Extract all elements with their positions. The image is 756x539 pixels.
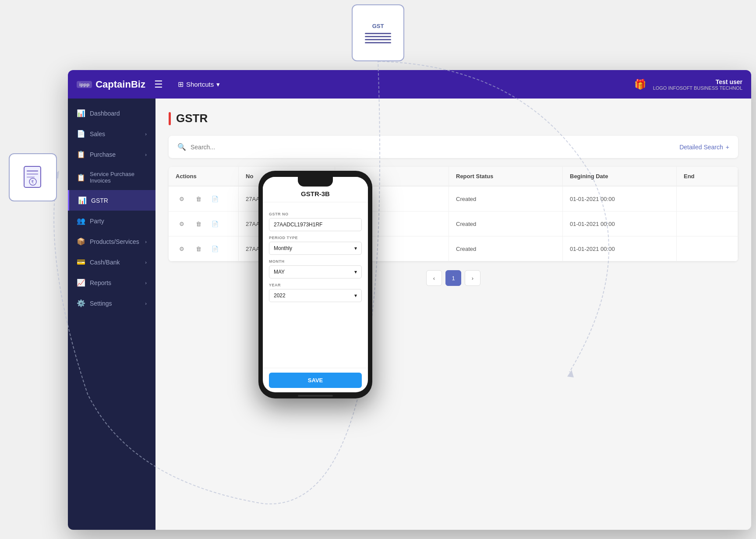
svg-rect-6 <box>27 176 35 178</box>
period-type-label: PERIOD TYPE <box>269 236 362 240</box>
period-type-value: Monthly <box>274 245 292 251</box>
file-action-icon[interactable]: 📄 <box>209 243 221 255</box>
month-value: MAY <box>274 269 285 275</box>
begin-date-cell: 01-01-2021 00:00 <box>563 187 677 211</box>
gear-action-icon[interactable]: ⚙ <box>176 218 188 230</box>
phone-modal-body: GSTR NO 27AADCL1973H1RF PERIOD TYPE Mont… <box>263 202 368 368</box>
col-header-end: End <box>677 167 738 186</box>
month-label: MONTH <box>269 259 362 264</box>
trash-action-icon[interactable]: 🗑 <box>192 218 205 230</box>
sidebar-item-label: Products/Services <box>90 238 139 245</box>
chevron-right-icon: › <box>145 260 147 265</box>
sidebar-item-label: Purchase <box>90 151 116 158</box>
end-cell <box>677 211 738 236</box>
prev-page-btn[interactable]: ‹ <box>426 270 442 286</box>
notification-icon[interactable]: 🎁 <box>634 79 646 90</box>
chevron-right-icon: › <box>145 301 147 306</box>
month-select[interactable]: MAY ▾ <box>269 265 362 278</box>
action-cell: ⚙ 🗑 📄 <box>169 236 239 261</box>
chevron-right-icon: › <box>145 131 147 137</box>
company-name: LOGO INFOSOFT BUSINESS TECHNOL <box>653 85 742 91</box>
dashboard-icon: 📊 <box>77 109 85 117</box>
chevron-down-icon: ▾ <box>216 81 220 88</box>
sidebar-item-service-purchase[interactable]: 📋 Service Purchase Invoices <box>68 165 155 190</box>
hamburger-icon[interactable]: ☰ <box>154 79 163 90</box>
invoice-icon-left: ₹ <box>9 153 57 201</box>
phone-modal-footer: SAVE <box>263 368 368 392</box>
status-cell: Created <box>449 211 563 236</box>
shortcuts-button[interactable]: ⊞ Shortcuts ▾ <box>172 78 226 91</box>
trash-action-icon[interactable]: 🗑 <box>192 243 205 255</box>
plus-icon: + <box>726 144 729 151</box>
sales-icon: 📄 <box>77 130 85 138</box>
end-cell <box>677 236 738 261</box>
sidebar-item-sales[interactable]: 📄 Sales › <box>68 123 155 144</box>
gst-doc-lines <box>365 33 391 43</box>
sidebar-item-reports[interactable]: 📈 Reports › <box>68 272 155 293</box>
logo-prefix: ippp <box>77 81 92 88</box>
navbar: ippp CaptainBiz ☰ ⊞ Shortcuts ▾ 🎁 Test u… <box>68 70 751 99</box>
file-action-icon[interactable]: 📄 <box>209 218 221 230</box>
chevron-down-icon: ▾ <box>354 245 357 251</box>
sidebar-item-products[interactable]: 📦 Products/Services › <box>68 231 155 252</box>
gst-icon-top: GST <box>352 4 404 61</box>
gear-action-icon[interactable]: ⚙ <box>176 243 188 255</box>
pagination: ‹ 1 › <box>169 270 738 286</box>
search-bar-container: 🔍 Detailed Search + <box>169 136 738 158</box>
sidebar-item-cashbank[interactable]: 💳 Cash/Bank › <box>68 252 155 272</box>
table-row: ⚙ 🗑 📄 27AADCL1973... Created 01-01-2021 … <box>169 236 738 261</box>
gear-action-icon[interactable]: ⚙ <box>176 193 188 205</box>
sidebar-item-party[interactable]: 👥 Party <box>68 211 155 231</box>
phone-save-button[interactable]: SAVE <box>269 373 362 388</box>
sidebar-item-label: Party <box>90 218 104 225</box>
navbar-right: 🎁 Test user LOGO INFOSOFT BUSINESS TECHN… <box>634 78 742 91</box>
detailed-search-button[interactable]: Detailed Search + <box>679 144 729 151</box>
party-icon: 👥 <box>77 217 85 225</box>
title-bar-accent <box>169 112 171 125</box>
chevron-down-icon: ▾ <box>354 269 357 275</box>
navbar-logo: ippp CaptainBiz <box>77 79 145 90</box>
phone-modal-title: GSTR-3B <box>269 190 362 197</box>
status-cell: Created <box>449 187 563 211</box>
sidebar-item-purchase[interactable]: 📋 Purchase › <box>68 144 155 165</box>
service-purchase-icon: 📋 <box>77 173 85 182</box>
chevron-right-icon: › <box>145 280 147 285</box>
sidebar-item-label: GSTR <box>91 197 108 204</box>
col-header-status: Report Status <box>449 167 563 186</box>
data-table: Actions No Type Report Status Begining D… <box>169 167 738 261</box>
action-icons: ⚙ 🗑 📄 <box>176 243 221 255</box>
begin-date-cell: 01-01-2021 00:00 <box>563 236 677 261</box>
reports-icon: 📈 <box>77 278 85 287</box>
next-page-btn[interactable]: › <box>465 270 480 286</box>
cashbank-icon: 💳 <box>77 258 85 266</box>
app-body: 📊 Dashboard 📄 Sales › 📋 Purchase › 📋 Ser… <box>68 99 751 530</box>
shortcuts-label: Shortcuts <box>186 81 214 88</box>
col-header-actions: Actions <box>169 167 239 186</box>
detailed-search-label: Detailed Search <box>679 144 723 151</box>
invoice-svg-icon: ₹ <box>20 164 46 190</box>
svg-text:₹: ₹ <box>31 180 34 184</box>
action-cell: ⚙ 🗑 📄 <box>169 187 239 211</box>
year-label: YEAR <box>269 283 362 287</box>
trash-action-icon[interactable]: 🗑 <box>192 193 205 205</box>
search-input[interactable] <box>191 144 322 151</box>
year-select[interactable]: 2022 ▾ <box>269 289 362 302</box>
gstr-no-value: 27AADCL1973H1RF <box>269 218 362 231</box>
gst-icon-label: GST <box>372 23 384 29</box>
table-header: Actions No Type Report Status Begining D… <box>169 167 738 187</box>
sidebar-item-gstr[interactable]: 📊 GSTR <box>68 190 155 211</box>
status-cell: Created <box>449 236 563 261</box>
period-type-select[interactable]: Monthly ▾ <box>269 242 362 255</box>
file-action-icon[interactable]: 📄 <box>209 193 221 205</box>
chevron-right-icon: › <box>145 239 147 244</box>
page-1-btn[interactable]: 1 <box>445 270 461 286</box>
user-name: Test user <box>653 78 742 85</box>
sidebar-item-dashboard[interactable]: 📊 Dashboard <box>68 103 155 123</box>
search-input-wrap: 🔍 <box>177 143 679 151</box>
chevron-right-icon: › <box>145 152 147 157</box>
phone-overlay: GSTR-3B GSTR NO 27AADCL1973H1RF PERIOD T… <box>258 171 372 398</box>
sidebar-item-label: Settings <box>90 300 112 307</box>
sidebar-item-settings[interactable]: ⚙️ Settings › <box>68 293 155 314</box>
table-row: ⚙ 🗑 📄 27AADCL1973... Created 01-01-2021 … <box>169 211 738 236</box>
action-icons: ⚙ 🗑 📄 <box>176 193 221 205</box>
